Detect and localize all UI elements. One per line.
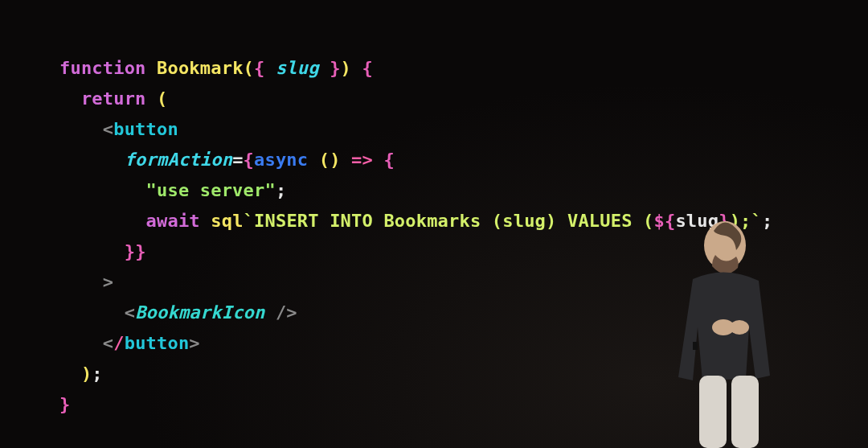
code-line-8: > [59, 272, 113, 292]
jsx-angle-open: < [103, 119, 113, 139]
arrow-token: => [351, 150, 373, 170]
return-paren-close: ) [81, 364, 92, 384]
jsx-tag-close-angle: > [103, 272, 113, 292]
code-line-4: formAction={async () => { [59, 150, 395, 170]
keyword-return: return [81, 88, 146, 109]
arrow-fn-params: () [319, 150, 341, 170]
code-line-1: function Bookmark({ slug }) { [59, 58, 373, 78]
semicolon: ; [92, 364, 102, 384]
jsx-tag-button: button [113, 119, 178, 139]
sql-tag-function: sql [211, 211, 243, 231]
attr-formaction: formAction [125, 150, 232, 170]
person-silhouette-icon [637, 207, 805, 448]
jsx-self-close: /> [276, 302, 297, 323]
jsx-component-bookmarkicon: BookmarkIcon [135, 302, 264, 323]
paren-close: ) [341, 58, 351, 78]
arrow-fn-body-open: { [383, 150, 394, 170]
svg-rect-3 [699, 376, 727, 448]
keyword-async: async [254, 150, 308, 170]
sql-template-body: INSERT INTO Bookmarks (slug) VALUES ( [254, 211, 653, 231]
jsx-expr-brace-close: } [135, 241, 145, 261]
code-line-7: }} [59, 241, 146, 261]
jsx-angle-close: > [189, 333, 199, 353]
return-paren-open: ( [157, 88, 167, 109]
svg-rect-4 [731, 376, 759, 448]
equals-sign: = [232, 150, 243, 170]
svg-point-2 [730, 320, 749, 335]
jsx-close-slash: / [113, 333, 124, 353]
code-line-11: ); [59, 364, 103, 384]
code-line-5: "use server"; [59, 180, 286, 200]
presenter-figure [637, 207, 805, 448]
arrow-fn-body-close: } [125, 241, 135, 261]
code-line-9: <BookmarkIcon /> [59, 302, 297, 323]
jsx-tag-button-close: button [125, 333, 190, 353]
svg-rect-5 [693, 342, 698, 350]
backtick-open: ` [244, 211, 254, 231]
paren-open: ( [244, 58, 254, 78]
code-line-12: } [59, 394, 70, 414]
jsx-expr-brace-open: { [244, 150, 254, 170]
semicolon: ; [276, 180, 286, 200]
jsx-angle-open: < [103, 333, 113, 353]
destructure-brace-close: } [319, 58, 341, 78]
jsx-angle-open: < [125, 302, 135, 323]
function-name-bookmark: Bookmark [157, 58, 244, 78]
body-brace-close: } [59, 394, 70, 414]
code-line-2: return ( [59, 88, 167, 109]
destructure-brace-open: { [254, 58, 276, 78]
code-line-10: </button> [59, 333, 200, 353]
param-slug: slug [276, 58, 319, 78]
keyword-await: await [146, 211, 200, 231]
code-line-3: <button [59, 119, 178, 139]
body-brace-open: { [362, 58, 373, 78]
presentation-stage: function Bookmark({ slug }) { return ( <… [0, 0, 868, 448]
string-use-server: "use server" [146, 180, 276, 200]
keyword-function: function [59, 58, 146, 78]
